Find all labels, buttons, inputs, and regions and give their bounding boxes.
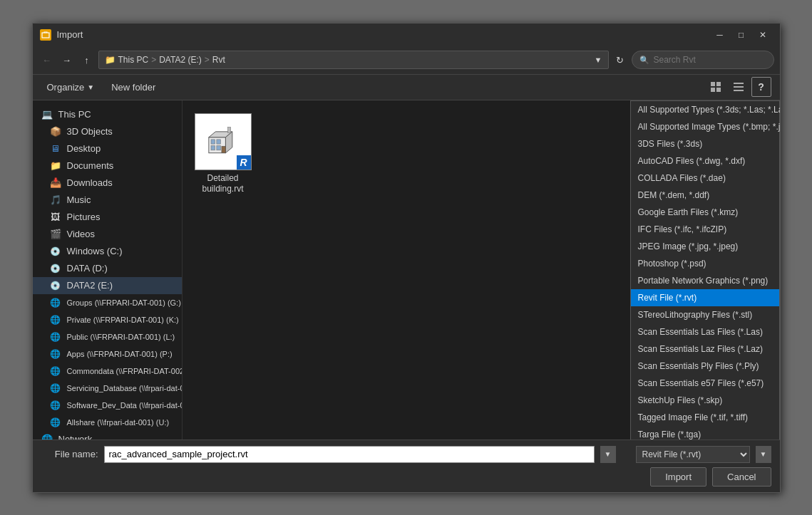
dropdown-item-6[interactable]: Google Earth Files (*.kmz) xyxy=(631,204,779,221)
import-button[interactable]: Import xyxy=(650,467,706,487)
sidebar-item-private-k[interactable]: 🌐 Private (\\FRPARI-DAT-001) (K:) xyxy=(33,311,182,328)
addressbar: ← → ↑ 📁 This PC > DATA2 (E:) > Rvt ▼ ↻ 🔍 xyxy=(33,46,780,75)
filetype-dropdown-panel[interactable]: All Supported Types (*.3ds; *.Las; *.Laz… xyxy=(630,100,780,439)
bottom-area: File name: ▼ Revit File (*.rvt) ▼ Import… xyxy=(33,439,780,492)
forward-button[interactable]: → xyxy=(58,51,76,68)
pictures-icon: 🖼 xyxy=(50,212,61,223)
downloads-icon: 📥 xyxy=(50,177,61,189)
allshare-u-icon: 🌐 xyxy=(50,417,61,428)
dropdown-item-17[interactable]: SketchUp Files (*.skp) xyxy=(631,392,779,409)
svg-rect-12 xyxy=(217,139,221,143)
dropdown-item-7[interactable]: IFC Files (*.ifc, *.ifcZIP) xyxy=(631,221,779,238)
cancel-button[interactable]: Cancel xyxy=(712,467,771,487)
content-wrapper: 💻 This PC 📦 3D Objects 🖥 Desktop 📁 Docum… xyxy=(33,100,780,439)
sidebar-item-groups-g[interactable]: 🌐 Groups (\\FRPARI-DAT-001) (G:) xyxy=(33,294,182,311)
sidebar-item-videos[interactable]: 🎬 Videos xyxy=(33,226,182,243)
apps-p-icon: 🌐 xyxy=(50,348,61,360)
svg-rect-11 xyxy=(211,139,215,143)
dropdown-item-8[interactable]: JPEG Image (*.jpg, *.jpeg) xyxy=(631,238,779,255)
sidebar-item-pictures[interactable]: 🖼 Pictures xyxy=(33,209,182,226)
help-button[interactable]: ? xyxy=(751,77,771,97)
sidebar-item-this-pc[interactable]: 💻 This PC xyxy=(33,106,182,123)
sidebar-item-windows-c[interactable]: 💿 Windows (C:) xyxy=(33,243,182,260)
dropdown-item-18[interactable]: Tagged Image File (*.tif, *.tiff) xyxy=(631,409,779,426)
svg-rect-0 xyxy=(42,33,49,38)
sidebar-item-apps-p[interactable]: 🌐 Apps (\\FRPARI-DAT-001) (P:) xyxy=(33,345,182,363)
dropdown-item-11[interactable]: Revit File (*.rvt) xyxy=(631,289,779,306)
dropdown-item-12[interactable]: STereoLithography Files (*.stl) xyxy=(631,306,779,323)
back-button[interactable]: ← xyxy=(38,51,56,68)
bc-rvt: Rvt xyxy=(212,55,225,65)
sidebar-label-servicing-s: Servicing_Database (\\frpari-dat-002) (S… xyxy=(67,384,182,392)
search-box: 🔍 xyxy=(632,51,774,69)
refresh-button[interactable]: ↻ xyxy=(612,51,629,68)
dropdown-item-14[interactable]: Scan Essentials Laz Files (*.Laz) xyxy=(631,340,779,358)
close-button[interactable]: ✕ xyxy=(753,26,773,43)
sidebar-item-data2-e[interactable]: 💿 DATA2 (E:) xyxy=(33,277,182,294)
file-item-rvt[interactable]: R Detailed building.rvt xyxy=(191,109,255,199)
titlebar: Import ─ □ ✕ xyxy=(33,24,780,46)
sidebar-label-commondata-q: Commondata (\\FRPARI-DAT-002) (Q:) xyxy=(67,367,182,375)
dropdown-item-10[interactable]: Portable Network Graphics (*.png) xyxy=(631,272,779,289)
sidebar-item-3d-objects[interactable]: 📦 3D Objects xyxy=(33,123,182,140)
sidebar-label-public-l: Public (\\FRPARI-DAT-001) (L:) xyxy=(67,333,175,341)
servicing-s-icon: 🌐 xyxy=(50,383,61,394)
view-list-button[interactable] xyxy=(729,77,749,97)
dropdown-item-3[interactable]: AutoCAD Files (*.dwg, *.dxf) xyxy=(631,152,779,170)
filetype-select[interactable]: Revit File (*.rvt) xyxy=(636,446,750,463)
sidebar-label-desktop: Desktop xyxy=(67,143,101,154)
dropdown-item-4[interactable]: COLLADA Files (*.dae) xyxy=(631,170,779,187)
dropdown-item-1[interactable]: All Supported Image Types (*.bmp; *.jpg;… xyxy=(631,118,779,135)
sidebar-item-commondata-q[interactable]: 🌐 Commondata (\\FRPARI-DAT-002) (Q:) xyxy=(33,363,182,380)
organize-arrow: ▼ xyxy=(87,83,94,91)
sidebar-item-music[interactable]: 🎵 Music xyxy=(33,192,182,209)
desktop-icon: 🖥 xyxy=(50,143,61,155)
filename-input[interactable] xyxy=(104,446,595,463)
dropdown-item-5[interactable]: DEM (*.dem, *.ddf) xyxy=(631,187,779,204)
sidebar-label-private-k: Private (\\FRPARI-DAT-001) (K:) xyxy=(67,316,179,324)
videos-icon: 🎬 xyxy=(50,229,61,240)
address-box[interactable]: 📁 This PC > DATA2 (E:) > Rvt ▼ xyxy=(98,51,609,69)
svg-rect-15 xyxy=(222,146,226,152)
sidebar-label-downloads: Downloads xyxy=(67,177,113,188)
dropdown-item-19[interactable]: Targa File (*.tga) xyxy=(631,426,779,439)
sidebar-label-music: Music xyxy=(67,194,91,205)
view-tiles-button[interactable] xyxy=(706,77,726,97)
dropdown-item-9[interactable]: Photoshop (*.psd) xyxy=(631,255,779,272)
dropdown-item-15[interactable]: Scan Essentials Ply Files (*.Ply) xyxy=(631,358,779,375)
sidebar-item-public-l[interactable]: 🌐 Public (\\FRPARI-DAT-001) (L:) xyxy=(33,328,182,345)
svg-rect-7 xyxy=(734,90,744,91)
breadcrumb: 📁 This PC > DATA2 (E:) > Rvt xyxy=(105,55,225,65)
dropdown-item-13[interactable]: Scan Essentials Las Files (*.Las) xyxy=(631,323,779,340)
sidebar-item-data-d[interactable]: 💿 DATA (D:) xyxy=(33,260,182,277)
list-icon xyxy=(733,81,744,93)
file-area: R Detailed building.rvt All Supported Ty… xyxy=(183,100,780,439)
new-folder-button[interactable]: New folder xyxy=(106,79,161,95)
filename-dropdown-button[interactable]: ▼ xyxy=(600,446,616,463)
address-dropdown-button[interactable]: ▼ xyxy=(595,56,602,64)
sidebar-item-documents[interactable]: 📁 Documents xyxy=(33,157,182,175)
svg-rect-2 xyxy=(716,82,721,86)
sidebar-item-desktop[interactable]: 🖥 Desktop xyxy=(33,140,182,157)
sidebar-label-allshare-u: Allshare (\\frpari-dat-001) (U:) xyxy=(67,418,170,427)
sidebar-item-servicing-s[interactable]: 🌐 Servicing_Database (\\frpari-dat-002) … xyxy=(33,380,182,397)
dropdown-item-16[interactable]: Scan Essentials e57 Files (*.e57) xyxy=(631,375,779,392)
dropdown-item-2[interactable]: 3DS Files (*.3ds) xyxy=(631,135,779,152)
sidebar-item-allshare-u[interactable]: 🌐 Allshare (\\frpari-dat-001) (U:) xyxy=(33,414,182,431)
tiles-icon xyxy=(710,81,721,93)
search-input[interactable] xyxy=(654,55,754,65)
sidebar-label-3d-objects: 3D Objects xyxy=(67,126,113,137)
minimize-button[interactable]: ─ xyxy=(710,26,730,43)
sidebar-label-this-pc: This PC xyxy=(58,109,91,120)
svg-rect-16 xyxy=(228,127,231,132)
sidebar-item-software-t[interactable]: 🌐 Software_Dev_Data (\\frpari-dat-002) (… xyxy=(33,397,182,414)
sidebar-item-network[interactable]: 🌐 Network xyxy=(33,431,182,439)
maximize-button[interactable]: □ xyxy=(731,26,751,43)
up-button[interactable]: ↑ xyxy=(78,51,96,68)
filetype-dropdown-button[interactable]: ▼ xyxy=(756,446,771,463)
music-icon: 🎵 xyxy=(50,194,61,206)
organize-button[interactable]: Organize ▼ xyxy=(41,79,101,95)
dropdown-item-0[interactable]: All Supported Types (*.3ds; *.Las; *.Laz… xyxy=(631,101,779,118)
file-name-label: Detailed building.rvt xyxy=(195,173,251,195)
sidebar-item-downloads[interactable]: 📥 Downloads xyxy=(33,175,182,192)
